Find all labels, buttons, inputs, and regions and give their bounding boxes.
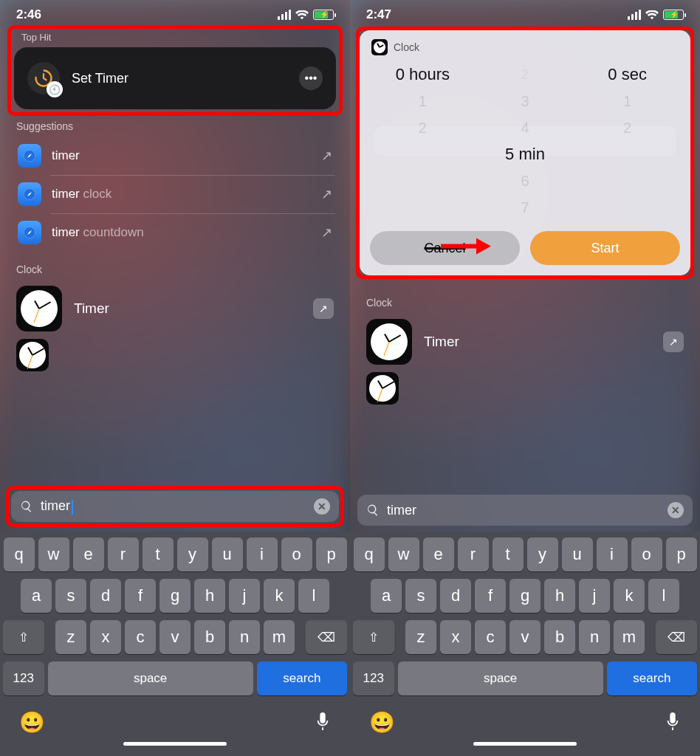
key-s[interactable]: s bbox=[55, 579, 86, 613]
more-button[interactable]: ••• bbox=[299, 66, 323, 90]
key-d[interactable]: d bbox=[440, 579, 471, 613]
dictation-button[interactable] bbox=[665, 711, 681, 735]
clock-app-row[interactable]: Timer ↗ bbox=[350, 313, 700, 371]
key-s[interactable]: s bbox=[405, 579, 436, 613]
clear-button[interactable]: ✕ bbox=[314, 498, 330, 515]
dictation-button[interactable] bbox=[315, 711, 331, 735]
key-e[interactable]: e bbox=[73, 537, 104, 571]
suggestion-row[interactable]: timer clock ↗ bbox=[7, 175, 343, 213]
key-w[interactable]: w bbox=[388, 537, 419, 571]
backspace-key[interactable]: ⌫ bbox=[656, 620, 697, 654]
home-indicator[interactable] bbox=[473, 742, 577, 746]
key-o[interactable]: o bbox=[631, 537, 662, 571]
time-picker[interactable]: 0 hours 1 2 2 3 4 5 min 6 7 bbox=[367, 61, 683, 221]
key-z[interactable]: z bbox=[405, 620, 436, 654]
clock-app-icon bbox=[366, 372, 399, 405]
cancel-button[interactable]: Cancel bbox=[370, 231, 520, 265]
key-q[interactable]: q bbox=[4, 537, 35, 571]
key-i[interactable]: i bbox=[247, 537, 278, 571]
clock-app-row[interactable]: Timer ↗ bbox=[0, 280, 350, 337]
minutes-picker[interactable]: 2 3 4 5 min 6 7 bbox=[474, 61, 577, 221]
key-k[interactable]: k bbox=[614, 579, 645, 613]
emoji-button[interactable]: 😀 bbox=[19, 710, 45, 735]
clock-app-icon bbox=[366, 319, 412, 365]
key-t[interactable]: t bbox=[143, 537, 174, 571]
key-a[interactable]: a bbox=[371, 579, 402, 613]
open-app-icon: ↗ bbox=[663, 331, 684, 352]
space-key[interactable]: space bbox=[398, 662, 603, 695]
safari-icon bbox=[18, 221, 41, 244]
key-x[interactable]: x bbox=[90, 620, 121, 654]
key-q[interactable]: q bbox=[354, 537, 385, 571]
key-v[interactable]: v bbox=[159, 620, 191, 654]
key-o[interactable]: o bbox=[281, 537, 312, 571]
key-g[interactable]: g bbox=[509, 579, 541, 613]
emoji-button[interactable]: 😀 bbox=[369, 710, 395, 735]
key-l[interactable]: l bbox=[648, 579, 679, 613]
key-u[interactable]: u bbox=[562, 537, 593, 571]
key-f[interactable]: f bbox=[125, 579, 156, 613]
clock-section-label: Clock bbox=[350, 292, 700, 313]
safari-icon bbox=[18, 144, 41, 168]
keyboard-row: ⇧ zxcvbnm ⌫ bbox=[353, 620, 697, 654]
key-g[interactable]: g bbox=[159, 579, 191, 613]
key-x[interactable]: x bbox=[440, 620, 471, 654]
key-p[interactable]: p bbox=[316, 537, 347, 571]
key-n[interactable]: n bbox=[229, 620, 260, 654]
open-arrow-icon: ↗ bbox=[321, 224, 332, 241]
key-z[interactable]: z bbox=[55, 620, 86, 654]
suggestion-text: timer bbox=[52, 187, 80, 201]
clock-app-row[interactable] bbox=[0, 337, 350, 371]
numbers-key[interactable]: 123 bbox=[353, 662, 394, 695]
key-e[interactable]: e bbox=[423, 537, 454, 571]
suggestion-row[interactable]: timer ↗ bbox=[7, 137, 343, 175]
key-p[interactable]: p bbox=[666, 537, 697, 571]
key-h[interactable]: h bbox=[544, 579, 575, 613]
open-arrow-icon: ↗ bbox=[321, 148, 332, 164]
key-d[interactable]: d bbox=[90, 579, 121, 613]
backspace-key[interactable]: ⌫ bbox=[306, 620, 347, 654]
key-k[interactable]: k bbox=[264, 579, 295, 613]
shift-key[interactable]: ⇧ bbox=[3, 620, 44, 654]
search-input[interactable]: timer ✕ bbox=[357, 495, 693, 526]
key-w[interactable]: w bbox=[38, 537, 69, 571]
key-y[interactable]: y bbox=[527, 537, 558, 571]
key-a[interactable]: a bbox=[21, 579, 52, 613]
key-b[interactable]: b bbox=[194, 620, 225, 654]
key-n[interactable]: n bbox=[579, 620, 610, 654]
search-key[interactable]: search bbox=[607, 662, 697, 695]
key-t[interactable]: t bbox=[493, 537, 524, 571]
seconds-picker[interactable]: 0 sec 1 2 bbox=[576, 61, 679, 221]
search-input[interactable]: timer ✕ bbox=[11, 491, 339, 522]
key-v[interactable]: v bbox=[509, 620, 541, 654]
key-l[interactable]: l bbox=[298, 579, 329, 613]
key-b[interactable]: b bbox=[544, 620, 575, 654]
home-indicator[interactable] bbox=[123, 742, 227, 746]
clear-button[interactable]: ✕ bbox=[668, 502, 684, 518]
numbers-key[interactable]: 123 bbox=[3, 662, 44, 695]
key-m[interactable]: m bbox=[614, 620, 645, 654]
space-key[interactable]: space bbox=[48, 662, 253, 695]
search-value: timer bbox=[41, 498, 70, 513]
suggestion-row[interactable]: timer countdown ↗ bbox=[7, 213, 343, 252]
key-j[interactable]: j bbox=[229, 579, 260, 613]
key-c[interactable]: c bbox=[475, 620, 506, 654]
search-icon bbox=[20, 500, 33, 513]
keyboard: qwertyuiop asdfghjkl ⇧ zxcvbnm ⌫ 123 spa… bbox=[350, 532, 700, 756]
key-y[interactable]: y bbox=[177, 537, 208, 571]
search-key[interactable]: search bbox=[257, 662, 347, 695]
clock-app-row[interactable] bbox=[350, 371, 700, 405]
key-m[interactable]: m bbox=[264, 620, 295, 654]
key-j[interactable]: j bbox=[579, 579, 610, 613]
top-hit-card[interactable]: 🕙 Set Timer ••• bbox=[14, 47, 336, 109]
key-r[interactable]: r bbox=[458, 537, 489, 571]
key-i[interactable]: i bbox=[597, 537, 628, 571]
key-c[interactable]: c bbox=[125, 620, 156, 654]
key-h[interactable]: h bbox=[194, 579, 225, 613]
shift-key[interactable]: ⇧ bbox=[353, 620, 394, 654]
start-button[interactable]: Start bbox=[530, 231, 680, 265]
key-r[interactable]: r bbox=[108, 537, 139, 571]
hours-picker[interactable]: 0 hours 1 2 bbox=[371, 61, 474, 221]
key-u[interactable]: u bbox=[212, 537, 243, 571]
key-f[interactable]: f bbox=[475, 579, 506, 613]
